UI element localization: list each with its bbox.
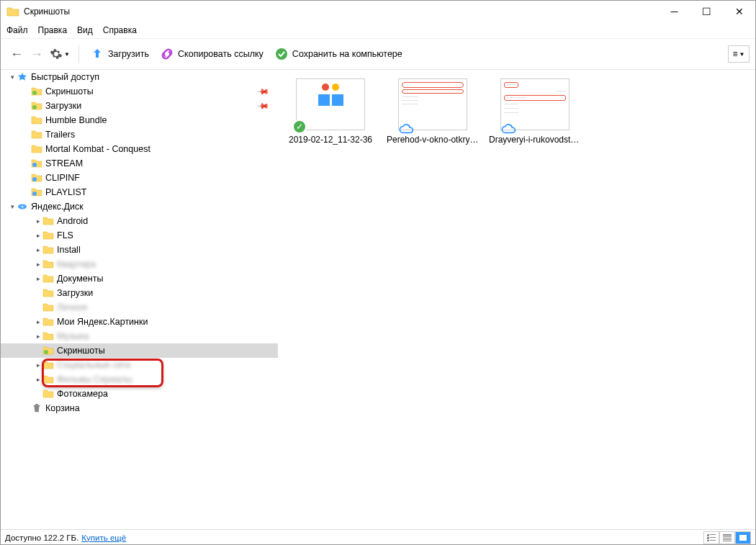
menu-file[interactable]: Файл xyxy=(6,25,28,35)
content-area[interactable]: 2019-02-12_11-32-36─────────────────────… xyxy=(278,70,755,529)
upload-icon xyxy=(91,48,104,60)
file-thumbnail[interactable]: 2019-02-12_11-32-36 xyxy=(284,78,377,145)
yadisk-item[interactable]: ▸Документы xyxy=(1,271,278,286)
yadisk-item[interactable]: ▸Музыка xyxy=(1,329,278,343)
quick-item[interactable]: Humble Bundle xyxy=(1,113,278,127)
minimize-button[interactable]: ─ xyxy=(658,1,690,22)
pin-icon: 📌 xyxy=(256,99,269,112)
svg-point-5 xyxy=(32,192,37,196)
maximize-button[interactable]: ☐ xyxy=(690,1,723,22)
check-icon xyxy=(275,48,288,60)
yadisk-item[interactable]: Фотокамера xyxy=(1,387,278,401)
sidebar: ▾ Быстрый доступ Скриншоты📌Загрузки📌Humb… xyxy=(1,70,278,529)
chevron-down-icon[interactable]: ▾ xyxy=(8,73,17,81)
yadisk-item[interactable]: ▸Фильмы Сериалы xyxy=(1,372,278,387)
yadisk-item[interactable]: ▸Install xyxy=(1,243,278,257)
yadisk-item[interactable]: ▸Android xyxy=(1,214,278,228)
buy-more-link[interactable]: Купить ещё xyxy=(81,533,126,542)
menu-help[interactable]: Справка xyxy=(103,25,137,35)
yadisk-item[interactable]: ▸Мои Яндекс.Картинки xyxy=(1,315,278,329)
yadisk-item[interactable]: Загрузки xyxy=(1,286,278,300)
close-button[interactable]: ✕ xyxy=(723,1,755,22)
window-controls: ─ ☐ ✕ xyxy=(658,1,755,22)
svg-point-4 xyxy=(32,177,37,181)
chevron-right-icon[interactable]: ▸ xyxy=(34,246,42,253)
view-thumbnails-button[interactable] xyxy=(735,531,751,544)
view-details-button[interactable] xyxy=(719,531,735,544)
thumbnail-image: ────────────────────────────────────────… xyxy=(500,78,570,130)
menu-view[interactable]: Вид xyxy=(77,25,93,35)
file-name: Perehod-v-okno-otkryiti... xyxy=(387,135,479,145)
view-mode-button[interactable]: ≡ ▼ xyxy=(728,45,750,63)
yadisk-item[interactable]: Личное xyxy=(1,300,278,315)
folder-icon xyxy=(42,374,54,384)
yadisk-root[interactable]: ▾ Яндекс.Диск xyxy=(1,199,278,214)
quick-item[interactable]: STREAM xyxy=(1,156,278,171)
quick-item[interactable]: Скриншоты📌 xyxy=(1,84,278,99)
toolbar: ← → ▼ Загрузить Скопировать ссылку Сохра… xyxy=(1,38,755,70)
file-name: Drayveryi-i-rukovodstvo... xyxy=(489,135,581,145)
thumbnail-image: ──────────────────────── xyxy=(398,78,467,130)
folder-icon xyxy=(42,288,54,298)
status-available: Доступно 122.2 ГБ. xyxy=(5,533,78,542)
folder-icon xyxy=(31,101,42,111)
svg-point-8 xyxy=(44,350,48,354)
synced-badge xyxy=(292,120,307,134)
quick-item[interactable]: CLIPINF xyxy=(1,171,278,185)
svg-rect-9 xyxy=(739,535,747,541)
chevron-right-icon[interactable]: ▸ xyxy=(34,232,42,239)
yadisk-item[interactable]: ▸FLS xyxy=(1,228,278,243)
back-button[interactable]: ← xyxy=(6,44,27,64)
svg-point-7 xyxy=(21,206,24,207)
folder-icon xyxy=(42,389,54,399)
cloud-icon xyxy=(399,124,415,134)
quick-item[interactable]: Mortal Kombat - Conquest xyxy=(1,142,278,156)
pin-icon: 📌 xyxy=(256,84,269,98)
quick-access-root[interactable]: ▾ Быстрый доступ xyxy=(1,70,278,84)
folder-icon xyxy=(31,187,42,197)
trash-icon xyxy=(31,403,42,413)
folder-icon xyxy=(31,86,42,96)
chevron-right-icon[interactable]: ▸ xyxy=(34,333,42,340)
folder-icon xyxy=(42,317,54,327)
folder-icon xyxy=(42,302,54,312)
copy-link-button[interactable]: Скопировать ссылку xyxy=(155,44,269,64)
forward-button[interactable]: → xyxy=(27,44,47,64)
yadisk-item[interactable]: ▸Квартира xyxy=(1,257,278,271)
settings-button[interactable]: ▼ xyxy=(47,44,73,64)
file-thumbnail[interactable]: ────────────────────────Perehod-v-okno-o… xyxy=(386,78,480,145)
folder-icon xyxy=(42,216,54,226)
folder-icon xyxy=(42,360,54,370)
save-button[interactable]: Сохранить на компьютере xyxy=(269,44,408,64)
chevron-down-icon[interactable]: ▾ xyxy=(8,203,17,210)
quick-item[interactable]: Trailers xyxy=(1,127,278,142)
gear-icon xyxy=(50,48,63,60)
quick-item[interactable]: PLAYLIST xyxy=(1,185,278,199)
view-list-button[interactable] xyxy=(703,531,719,544)
chevron-right-icon[interactable]: ▸ xyxy=(34,261,42,268)
trash-item[interactable]: Корзина xyxy=(1,401,278,415)
svg-point-3 xyxy=(32,163,37,167)
thumbnail-image xyxy=(296,78,365,130)
file-thumbnail[interactable]: ────────────────────────────────────────… xyxy=(488,78,582,145)
chevron-right-icon[interactable]: ▸ xyxy=(34,217,42,225)
statusbar: Доступно 122.2 ГБ. Купить ещё xyxy=(1,529,755,545)
folder-icon xyxy=(6,6,19,17)
chevron-right-icon[interactable]: ▸ xyxy=(34,376,42,383)
folder-icon xyxy=(42,259,54,269)
yadisk-item[interactable]: ▸Социальные сети xyxy=(1,358,278,372)
folder-icon xyxy=(31,115,42,125)
folder-icon xyxy=(31,130,42,140)
upload-button[interactable]: Загрузить xyxy=(85,44,155,64)
menu-edit[interactable]: Правка xyxy=(38,25,68,35)
chevron-right-icon[interactable]: ▸ xyxy=(34,275,42,282)
chevron-right-icon[interactable]: ▸ xyxy=(34,318,42,325)
folder-icon xyxy=(31,158,42,168)
folder-icon xyxy=(31,144,42,154)
folder-icon xyxy=(42,274,54,284)
window-title: Скриншоты xyxy=(24,6,658,17)
main-area: ▾ Быстрый доступ Скриншоты📌Загрузки📌Humb… xyxy=(1,70,755,529)
chevron-right-icon[interactable]: ▸ xyxy=(34,361,42,369)
yadisk-item[interactable]: Скриншоты xyxy=(1,343,278,358)
quick-item[interactable]: Загрузки📌 xyxy=(1,99,278,113)
